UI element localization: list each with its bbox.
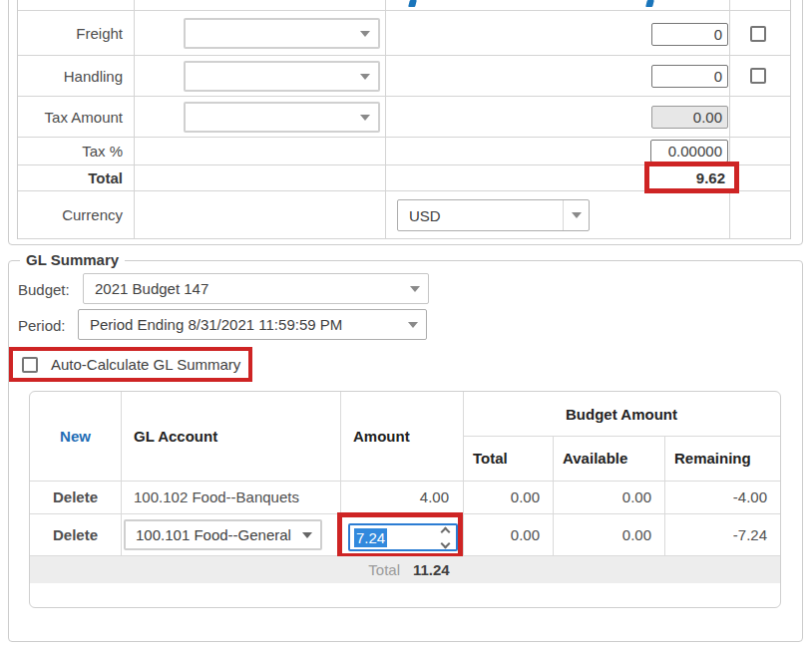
chevron-down-icon[interactable] [402, 274, 428, 303]
amount-spinner-highlight: 7.24 [337, 512, 463, 558]
period-dropdown[interactable]: Period Ending 8/31/2021 11:59:59 PM [78, 309, 427, 340]
budget-remaining-header: Remaining [674, 436, 778, 481]
column-divider [121, 392, 122, 556]
period-value: Period Ending 8/31/2021 11:59:59 PM [79, 316, 342, 333]
tax-amount-label: Tax Amount [18, 97, 134, 137]
total-label: Total [18, 165, 134, 190]
freight-row: Freight 0 [18, 11, 790, 56]
currency-dropdown[interactable]: USD [397, 199, 590, 231]
currency-row: Currency USD [18, 191, 790, 239]
handling-checkbox[interactable] [750, 68, 766, 84]
spinner-buttons[interactable] [442, 525, 449, 549]
total-value: 9.62 [696, 169, 725, 186]
freight-amount-input[interactable]: 0 [651, 23, 728, 46]
gl-account-value: 100.101 Food--General [126, 526, 291, 543]
table-footer: Total 11.24 [30, 556, 780, 583]
currency-label: Currency [18, 191, 134, 238]
handling-label: Handling [18, 56, 134, 96]
footer-total-value: 11.24 [413, 556, 450, 583]
tax-type-dropdown[interactable] [184, 102, 380, 133]
budget-amount-header: Budget Amount [463, 392, 780, 436]
chevron-down-icon[interactable] [441, 538, 451, 548]
gl-account-header: GL Account [134, 392, 333, 481]
delete-link[interactable]: Delete [30, 481, 121, 513]
handling-type-dropdown[interactable] [184, 61, 380, 92]
cropped-row [18, 0, 790, 11]
amount-header: Amount [353, 392, 458, 481]
amount-cell: 4.00 [340, 481, 449, 513]
delete-link[interactable]: Delete [30, 513, 121, 555]
tax-amount-row: Tax Amount 0.00 [18, 97, 790, 138]
gl-account-dropdown[interactable]: 100.101 Food--General [124, 519, 322, 550]
freight-type-dropdown[interactable] [184, 18, 380, 49]
new-link[interactable]: New [30, 392, 121, 481]
amount-spinner-input[interactable]: 7.24 [348, 523, 458, 551]
budget-remaining-cell: -4.00 [664, 481, 767, 513]
budget-dropdown[interactable]: 2021 Budget 147 [83, 273, 429, 304]
budget-label: Budget: [18, 281, 70, 298]
footer-total-label: Total [329, 556, 400, 583]
chevron-up-icon[interactable] [441, 526, 451, 536]
chevron-down-icon[interactable] [294, 521, 320, 548]
tax-percent-input[interactable]: 0.00000 [650, 140, 728, 162]
freight-checkbox[interactable] [750, 26, 766, 42]
gl-account-cell: 100.102 Food--Banquets [134, 481, 338, 513]
currency-value: USD [398, 207, 441, 224]
budget-available-header: Available [563, 436, 662, 481]
budget-total-cell: 0.00 [463, 513, 540, 555]
tax-percent-label: Tax % [18, 138, 134, 164]
period-label: Period: [18, 317, 66, 334]
auto-calculate-label: Auto-Calculate GL Summary [51, 356, 240, 373]
budget-remaining-cell: -7.24 [664, 513, 767, 555]
budget-available-cell: 0.00 [553, 481, 651, 513]
budget-available-cell: 0.00 [553, 513, 651, 555]
handling-row: Handling 0 [18, 56, 790, 97]
handling-amount-input[interactable]: 0 [651, 65, 728, 88]
chevron-down-icon[interactable] [352, 20, 378, 47]
budget-total-header: Total [473, 436, 553, 481]
budget-total-cell: 0.00 [463, 481, 540, 513]
totals-table: Freight 0 Handling 0 Tax Amount 0.00 Tax… [17, 0, 791, 239]
gl-summary-legend: GL Summary [20, 251, 125, 268]
tax-amount-input: 0.00 [651, 106, 728, 129]
chevron-down-icon[interactable] [352, 63, 378, 90]
chevron-down-icon[interactable] [352, 104, 378, 131]
auto-calculate-checkbox[interactable] [22, 357, 38, 373]
total-value-highlight: 9.62 [644, 162, 739, 193]
chevron-down-icon[interactable] [563, 200, 589, 230]
amount-spinner-value: 7.24 [354, 528, 387, 547]
gl-accounts-table: New GL Account Amount Budget Amount Tota… [29, 391, 781, 608]
auto-calculate-highlight: Auto-Calculate GL Summary [9, 347, 252, 382]
budget-value: 2021 Budget 147 [84, 280, 208, 297]
freight-label: Freight [18, 11, 134, 55]
chevron-down-icon[interactable] [400, 310, 426, 339]
